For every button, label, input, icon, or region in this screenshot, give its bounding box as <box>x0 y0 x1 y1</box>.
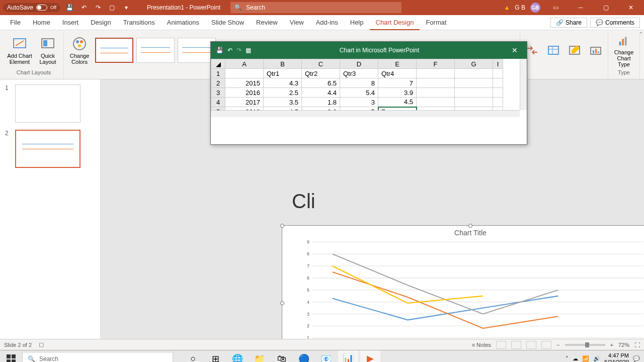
cell[interactable]: 2017 <box>225 98 264 107</box>
accessibility-icon[interactable]: ▢ <box>39 341 44 348</box>
store-icon[interactable]: 🛍 <box>272 350 292 363</box>
row-header-3[interactable]: 3 <box>211 88 225 98</box>
chrome-icon[interactable]: 🔵 <box>294 350 314 363</box>
cell[interactable] <box>417 78 455 88</box>
notes-button[interactable]: ≡ Notes <box>472 342 491 348</box>
excel-titlebar[interactable]: 💾 ↶ ↷ ▦ Chart in Microsoft PowerPoint ✕ <box>211 42 527 59</box>
tab-chart-design[interactable]: Chart Design <box>370 15 420 30</box>
tab-transitions[interactable]: Transitions <box>117 15 161 30</box>
chart-title[interactable]: Chart Title <box>282 229 644 237</box>
excel-grid[interactable]: ◢ A B C D E F G I 1 Qtr1 Qtr2 Qtr3 Qtr4 … <box>211 59 527 117</box>
ribbon-display-icon[interactable]: ▭ <box>545 0 566 15</box>
qat-more-icon[interactable]: ▾ <box>121 2 132 13</box>
cell[interactable] <box>493 78 503 88</box>
undo-icon[interactable]: ↶ <box>78 2 90 13</box>
col-header-i[interactable]: I <box>493 59 503 69</box>
row-header-2[interactable]: 2 <box>211 78 225 88</box>
excel-save-icon[interactable]: 💾 <box>216 47 223 54</box>
cell[interactable] <box>455 98 493 107</box>
cell[interactable] <box>225 69 264 78</box>
autosave-toggle[interactable]: AutoSave Off <box>3 3 60 12</box>
cell[interactable]: Qtr3 <box>340 69 378 78</box>
title-placeholder[interactable]: Cli <box>292 190 315 213</box>
cell[interactable]: 3 <box>340 98 378 107</box>
cell[interactable]: 3.9 <box>378 88 417 98</box>
clock[interactable]: 4:47 PM 6/24/2020 <box>604 352 629 362</box>
col-header-a[interactable]: A <box>225 59 264 69</box>
zoom-slider[interactable] <box>565 344 605 346</box>
cell[interactable]: 4.3 <box>264 78 302 88</box>
select-all-corner[interactable]: ◢ <box>211 59 225 69</box>
cell[interactable] <box>455 88 493 98</box>
tab-slideshow[interactable]: Slide Show <box>205 15 250 30</box>
cell[interactable] <box>417 88 455 98</box>
cell[interactable] <box>455 69 493 78</box>
change-colors-button[interactable]: Change Colors <box>67 33 92 67</box>
tab-animations[interactable]: Animations <box>161 15 205 30</box>
edit-data-icon[interactable] <box>566 41 584 59</box>
col-header-e[interactable]: E <box>378 59 417 69</box>
onedrive-icon[interactable]: ☁ <box>573 355 578 362</box>
chart-handle-icon[interactable] <box>468 224 472 228</box>
cell[interactable] <box>417 98 455 107</box>
tab-design[interactable]: Design <box>85 15 117 30</box>
slideshow-view-icon[interactable] <box>541 341 551 349</box>
change-chart-type-button[interactable]: Change Chart Type <box>611 33 636 67</box>
cortana-icon[interactable]: ○ <box>183 350 203 363</box>
tab-insert[interactable]: Insert <box>56 15 85 30</box>
edge-icon[interactable]: 🌐 <box>227 350 248 363</box>
present-icon[interactable]: ▢ <box>107 2 118 13</box>
col-header-b[interactable]: B <box>264 59 302 69</box>
zoom-in-icon[interactable]: + <box>610 342 613 348</box>
powerpoint-icon[interactable]: 📊 <box>338 350 358 363</box>
volume-icon[interactable]: 🔊 <box>593 355 600 362</box>
tray-expand-icon[interactable]: ˄ <box>566 355 569 362</box>
cell[interactable]: 2015 <box>225 78 264 88</box>
select-data-icon[interactable] <box>544 41 562 59</box>
save-icon[interactable]: 💾 <box>64 2 75 13</box>
cell[interactable] <box>455 78 493 88</box>
search-box[interactable]: 🔍 Search <box>230 2 401 13</box>
add-chart-element-button[interactable]: Add Chart Element <box>7 33 32 67</box>
explorer-icon[interactable]: 📁 <box>250 350 270 363</box>
excel-data-window[interactable]: 💾 ↶ ↷ ▦ Chart in Microsoft PowerPoint ✕ … <box>210 41 527 145</box>
col-header-g[interactable]: G <box>455 59 493 69</box>
cell[interactable]: 2016 <box>225 88 264 98</box>
excel-redo-icon[interactable]: ↷ <box>236 47 242 54</box>
excel-sheet-icon[interactable]: ▦ <box>246 47 251 54</box>
cell[interactable]: 6.5 <box>302 78 340 88</box>
wifi-icon[interactable]: 📶 <box>582 355 589 362</box>
cell[interactable]: 4.5 <box>378 98 417 107</box>
slide-indicator[interactable]: Slide 2 of 2 <box>4 342 32 348</box>
warning-icon[interactable]: ▲ <box>504 4 510 11</box>
row-header-4[interactable]: 4 <box>211 98 225 107</box>
cell[interactable]: 2.5 <box>264 88 302 98</box>
cell[interactable]: 7 <box>378 78 417 88</box>
sorter-view-icon[interactable] <box>511 341 521 349</box>
taskview-icon[interactable]: ⊞ <box>205 350 225 363</box>
excel-undo-icon[interactable]: ↶ <box>227 47 232 54</box>
cell[interactable]: Qtr4 <box>378 69 417 78</box>
cell[interactable]: Qtr2 <box>302 69 340 78</box>
normal-view-icon[interactable] <box>496 341 506 349</box>
tab-home[interactable]: Home <box>27 15 56 30</box>
chart-object[interactable]: Chart Title 0123456789201520162017201820… <box>282 225 644 339</box>
cell[interactable] <box>417 69 455 78</box>
user-avatar[interactable]: GB <box>530 3 540 13</box>
minimize-icon[interactable]: ─ <box>571 0 591 15</box>
chart-handle-icon[interactable] <box>280 301 284 305</box>
chart-plot-area[interactable]: 012345678920152016201720182019 <box>297 239 644 339</box>
col-header-c[interactable]: C <box>302 59 340 69</box>
cell[interactable]: Qtr1 <box>264 69 302 78</box>
cell[interactable]: 5.4 <box>340 88 378 98</box>
cell[interactable]: 3.5 <box>264 98 302 107</box>
cell[interactable]: 1.8 <box>302 98 340 107</box>
fit-window-icon[interactable]: ⛶ <box>634 342 640 348</box>
slide-thumb-2[interactable] <box>15 130 80 168</box>
excel-vscroll[interactable] <box>520 59 527 110</box>
excel-hscroll[interactable] <box>211 110 520 117</box>
cell[interactable]: 4.4 <box>302 88 340 98</box>
close-icon[interactable]: ✕ <box>621 0 641 15</box>
zoom-level[interactable]: 72% <box>618 342 629 348</box>
camtasia-icon[interactable]: ▶ <box>360 350 380 363</box>
